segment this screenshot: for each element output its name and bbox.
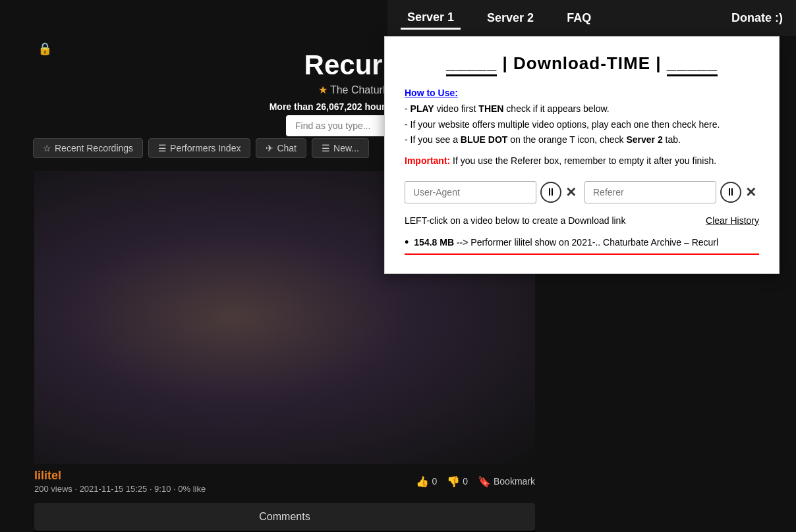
tab-recent-recordings[interactable]: ☆ Recent Recordings	[33, 138, 143, 158]
clear-history-button[interactable]: Clear History	[706, 215, 759, 226]
referer-pause-button[interactable]: ⏸	[720, 182, 741, 203]
star-icon: ★	[318, 84, 327, 95]
user-agent-group: ⏸ ✕	[405, 181, 577, 203]
thumbs-down-icon: 👎	[447, 475, 460, 488]
user-agent-pause-button[interactable]: ⏸	[540, 182, 561, 203]
history-text: 154.8 MB --> Performer lilitel show on 2…	[414, 236, 759, 250]
important-text: Important: If you use the Referer box, r…	[405, 153, 759, 169]
performer-name[interactable]: lilitel	[34, 469, 206, 483]
thumbs-down-count: 0	[463, 476, 468, 487]
site-tabs: ☆ Recent Recordings ☰ Performers Index ✈…	[33, 138, 369, 158]
referer-input[interactable]	[584, 181, 716, 203]
history-label: LEFT-click on a video below to create a …	[405, 215, 625, 226]
thumbs-up-button[interactable]: 👍 0	[416, 475, 437, 488]
referer-clear-button[interactable]: ✕	[745, 184, 756, 200]
performer-left: lilitel 200 views · 2021-11-15 15:25 · 9…	[34, 469, 206, 494]
nav-server1[interactable]: Server 1	[401, 7, 461, 30]
history-bullet: •	[405, 236, 409, 250]
comments-bar[interactable]: Comments	[34, 503, 535, 531]
thumbs-up-icon: 👍	[416, 475, 429, 488]
popup-title-left: _____	[446, 53, 497, 76]
thumbs-up-count: 0	[432, 476, 437, 487]
important-label: Important:	[405, 155, 450, 166]
bookmark-icon: 🔖	[478, 475, 491, 488]
nav-donate[interactable]: Donate :)	[731, 11, 783, 25]
user-agent-input[interactable]	[405, 181, 536, 203]
nav-server2[interactable]: Server 2	[480, 8, 540, 28]
popup-title-main: Download-TIME	[513, 53, 650, 73]
how-to-use: How to Use: - PLAY video first THEN chec…	[405, 86, 759, 169]
history-underline	[405, 253, 759, 255]
tab-chat[interactable]: ✈ Chat	[256, 138, 306, 158]
nav-faq[interactable]: FAQ	[560, 8, 598, 28]
user-agent-clear-button[interactable]: ✕	[565, 184, 577, 200]
instruction-2: - If your website offers multiple video …	[405, 117, 759, 133]
instruction-1: - PLAY video first THEN check if it appe…	[405, 101, 759, 117]
download-popup: _____ | Download-TIME | _____ How to Use…	[384, 36, 780, 274]
history-description: Performer lilitel show on 2021-.. Chatur…	[470, 237, 718, 248]
how-to-label: How to Use:	[405, 88, 458, 98]
performer-actions: 👍 0 👎 0 🔖 Bookmark	[416, 475, 535, 488]
popup-title-right: _____	[667, 53, 718, 76]
input-row: ⏸ ✕ ⏸ ✕	[405, 181, 759, 203]
referer-group: ⏸ ✕	[584, 181, 756, 203]
history-header: LEFT-click on a video below to create a …	[405, 215, 759, 226]
history-arrow: -->	[457, 237, 470, 248]
top-navigation: Server 1 Server 2 FAQ Donate :)	[387, 0, 796, 36]
thumbs-down-button[interactable]: 👎 0	[447, 475, 468, 488]
history-size: 154.8 MB	[414, 237, 454, 248]
performer-meta: 200 views · 2021-11-15 15:25 · 9:10 · 0%…	[34, 484, 206, 494]
bookmark-button[interactable]: 🔖 Bookmark	[478, 475, 535, 488]
performer-info: lilitel 200 views · 2021-11-15 15:25 · 9…	[34, 469, 535, 494]
bookmark-label: Bookmark	[494, 476, 535, 487]
instruction-3: - If you see a BLUE DOT on the orange T …	[405, 132, 759, 148]
popup-title: _____ | Download-TIME | _____	[405, 53, 759, 74]
history-entry[interactable]: • 154.8 MB --> Performer lilitel show on…	[405, 232, 759, 253]
tab-performers-index[interactable]: ☰ Performers Index	[148, 138, 250, 158]
tab-new[interactable]: ☰ New...	[312, 138, 369, 158]
